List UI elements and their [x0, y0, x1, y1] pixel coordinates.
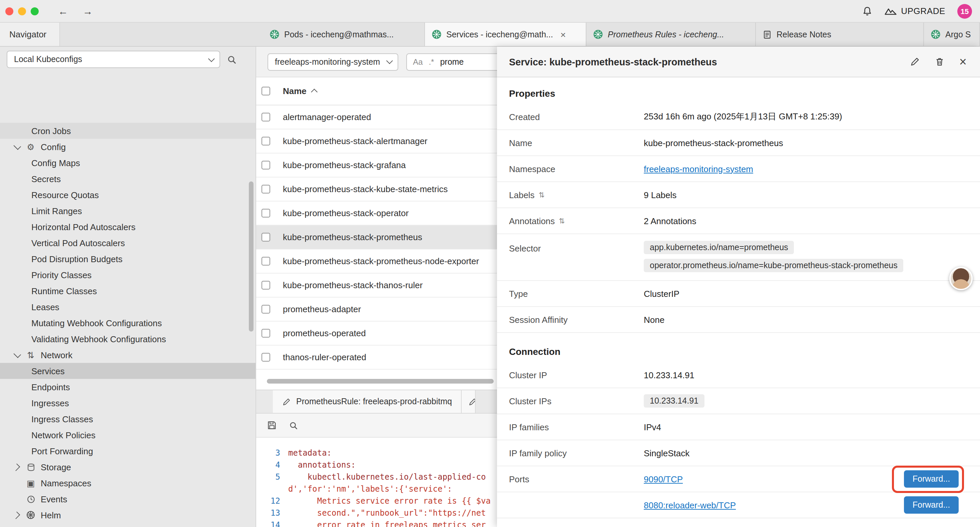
forward-button[interactable]: Forward...	[904, 470, 959, 488]
sidebar-item-cron-jobs[interactable]: Cron Jobs	[0, 123, 256, 139]
sidebar-item-ingresses[interactable]: Ingresses	[0, 395, 256, 411]
window-minimize-button[interactable]	[18, 7, 26, 15]
sidebar-item-config[interactable]: ⚙ Config	[0, 139, 256, 155]
chevron-down-icon	[208, 55, 215, 62]
namespace-selector[interactable]: freeleaps-monitoring-system	[267, 53, 398, 70]
regex-toggle[interactable]: .*	[429, 57, 434, 66]
sidebar-item-secrets[interactable]: Secrets	[0, 171, 256, 187]
sidebar-item-horizontal-pod-autoscalers[interactable]: Horizontal Pod Autoscalers	[0, 219, 256, 235]
window-zoom-button[interactable]	[31, 7, 39, 15]
row-checkbox[interactable]	[261, 305, 270, 314]
sidebar-item-runtime-classes[interactable]: Runtime Classes	[0, 283, 256, 299]
back-arrow-icon[interactable]: ←	[58, 6, 68, 16]
tab-prometheus-rules[interactable]: Prometheus Rules - icecheng...	[586, 23, 756, 46]
sidebar-item-services[interactable]: Services	[0, 363, 256, 379]
row-checkbox[interactable]	[261, 257, 270, 266]
sidebar-item-resource-quotas[interactable]: Resource Quotas	[0, 187, 256, 203]
tab-argo[interactable]: Argo S	[924, 23, 980, 46]
window-close-button[interactable]	[5, 7, 13, 15]
pencil-icon[interactable]	[910, 57, 920, 67]
port-link[interactable]: 9090/TCP	[644, 474, 683, 484]
chevron-right-icon[interactable]	[13, 463, 20, 471]
sidebar-item-ingress-classes[interactable]: Ingress Classes	[0, 411, 256, 427]
chevron-right-icon[interactable]	[13, 511, 20, 519]
property-row-cluster-ip: Cluster IP 10.233.14.91	[497, 362, 980, 388]
port-link[interactable]: 8080:reloader-web/TCP	[644, 500, 736, 510]
name-column-header[interactable]: Name	[283, 86, 318, 96]
sidebar-item-helm[interactable]: Helm	[0, 507, 256, 523]
document-icon	[762, 30, 772, 39]
close-icon[interactable]: ×	[560, 30, 566, 39]
sidebar-item-storage[interactable]: Storage	[0, 459, 256, 475]
sidebar-item-config-maps[interactable]: Config Maps	[0, 155, 256, 171]
row-checkbox[interactable]	[261, 353, 270, 361]
namespace-link[interactable]: freeleaps-monitoring-system	[644, 164, 753, 174]
chevron-down-icon[interactable]	[14, 350, 21, 358]
sidebar-item-port-forwarding[interactable]: Port Forwarding	[0, 443, 256, 459]
dock-tab-partial[interactable]	[462, 390, 476, 413]
sidebar-toolbar: Local Kubeconfigs	[0, 47, 256, 72]
save-icon[interactable]	[267, 420, 277, 430]
screenshot-root: ← → UPGRADE 15 Navigator Pods -	[0, 0, 980, 527]
row-checkbox[interactable]	[261, 137, 270, 145]
sidebar-item-network[interactable]: ⇅ Network	[0, 347, 256, 363]
horizontal-scrollbar[interactable]	[267, 379, 494, 384]
dock-tab-prometheusrule[interactable]: PrometheusRule: freeleaps-prod-rabbitmq	[273, 390, 462, 413]
navigator-title: Navigator	[10, 29, 46, 39]
drawer-header: Service: kube-prometheus-stack-prometheu…	[497, 47, 980, 77]
sidebar-item-pod-disruption-budgets[interactable]: Pod Disruption Budgets	[0, 251, 256, 267]
tab-label: Prometheus Rules - icecheng...	[608, 30, 724, 39]
row-checkbox[interactable]	[261, 161, 270, 169]
close-icon[interactable]: ×	[959, 56, 967, 68]
sidebar-item-leases[interactable]: Leases	[0, 299, 256, 315]
row-checkbox[interactable]	[261, 185, 270, 193]
tab-label: Release Notes	[776, 30, 831, 39]
kubernetes-icon	[269, 29, 280, 39]
tab-label: Pods - icecheng@mathmas...	[284, 30, 394, 39]
trash-icon[interactable]	[935, 57, 945, 67]
helm-wheel-icon	[25, 510, 36, 520]
match-case-toggle[interactable]: Aa	[413, 57, 423, 66]
tab-bar: Navigator Pods - icecheng@mathmas... Ser…	[0, 23, 980, 47]
notification-badge[interactable]: 15	[957, 4, 972, 18]
search-query: prome	[440, 57, 464, 66]
bell-icon[interactable]	[862, 6, 872, 16]
row-checkbox[interactable]	[261, 233, 270, 242]
clock-icon	[25, 495, 36, 503]
sidebar-item-limit-ranges[interactable]: Limit Ranges	[0, 203, 256, 219]
sidebar-item-validating-webhook-configurations[interactable]: Validating Webhook Configurations	[0, 331, 256, 347]
expand-collapse-icon[interactable]: ⇅	[539, 191, 545, 199]
sidebar-item-endpoints[interactable]: Endpoints	[0, 379, 256, 395]
sidebar-item-priority-classes[interactable]: Priority Classes	[0, 267, 256, 283]
row-checkbox[interactable]	[261, 329, 270, 338]
property-row-labels: Labels⇅ 9 Labels	[497, 182, 980, 208]
row-checkbox[interactable]	[261, 113, 270, 121]
search-icon[interactable]	[289, 420, 298, 430]
tab-pods[interactable]: Pods - icecheng@mathmas...	[263, 23, 425, 46]
sidebar-item-network-policies[interactable]: Network Policies	[0, 427, 256, 443]
sidebar-item-namespaces[interactable]: ▣ Namespaces	[0, 475, 256, 491]
sidebar-item-vertical-pod-autoscalers[interactable]: Vertical Pod Autoscalers	[0, 235, 256, 251]
select-all-checkbox[interactable]	[261, 87, 270, 96]
search-icon[interactable]	[227, 54, 237, 64]
expand-collapse-icon[interactable]: ⇅	[559, 217, 565, 225]
tab-release-notes[interactable]: Release Notes	[756, 23, 924, 46]
property-row-cluster-ips: Cluster IPs 10.233.14.91	[497, 388, 980, 414]
sidebar-item-events[interactable]: Events	[0, 491, 256, 507]
pencil-icon	[469, 397, 476, 406]
tabs-container: Pods - icecheng@mathmas... Services - ic…	[263, 23, 980, 46]
row-checkbox[interactable]	[261, 209, 270, 218]
avatar[interactable]	[949, 267, 973, 290]
title-bar: ← → UPGRADE 15	[0, 0, 980, 23]
row-checkbox[interactable]	[261, 281, 270, 290]
sidebar-item-mutating-webhook-configurations[interactable]: Mutating Webhook Configurations	[0, 315, 256, 331]
kubeconfig-selector[interactable]: Local Kubeconfigs	[7, 51, 220, 68]
chevron-down-icon[interactable]	[14, 142, 21, 150]
sidebar-item-access-control[interactable]: Access Control	[0, 523, 256, 527]
sidebar-scrollbar[interactable]	[249, 182, 253, 331]
upgrade-button[interactable]: UPGRADE	[884, 6, 945, 16]
database-icon	[25, 463, 36, 471]
forward-arrow-icon[interactable]: →	[83, 6, 93, 16]
forward-button[interactable]: Forward...	[904, 496, 959, 514]
tab-services[interactable]: Services - icecheng@math... ×	[425, 23, 586, 46]
